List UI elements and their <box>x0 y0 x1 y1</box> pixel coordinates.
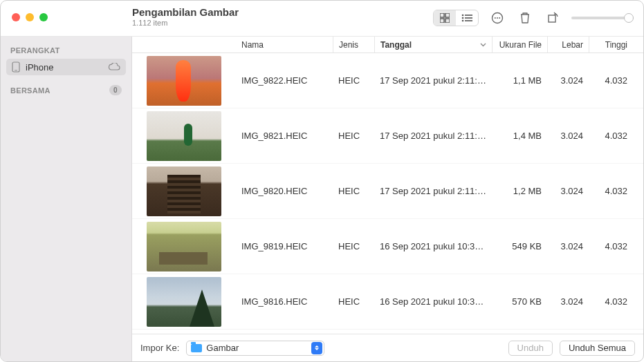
sidebar-item-label: iPhone <box>26 62 53 73</box>
column-header-date[interactable]: Tanggal <box>374 37 492 53</box>
sidebar-section-shared-label: BERSAMA <box>10 86 50 95</box>
column-header-height[interactable]: Tinggi <box>589 37 633 53</box>
cell-date: 17 Sep 2021 pukul 2:11:21… <box>374 186 492 196</box>
svg-point-4 <box>462 15 464 17</box>
cell-height: 4.032 <box>589 131 633 141</box>
grid-view-button[interactable] <box>434 10 456 26</box>
sidebar-section-shared: BERSAMA 0 <box>1 82 131 98</box>
import-to-label: Impor Ke: <box>140 343 179 353</box>
svg-rect-9 <box>465 20 472 21</box>
download-button[interactable]: Unduh <box>508 341 553 356</box>
column-header-size[interactable]: Ukuran File <box>492 37 547 53</box>
sidebar-section-devices-label: PERANGKAT <box>10 46 60 55</box>
column-header-type[interactable]: Jenis <box>333 37 374 53</box>
table-header: Nama Jenis Tanggal Ukuran File Lebar Tin… <box>132 37 643 53</box>
column-header-name[interactable]: Nama <box>236 37 333 53</box>
cell-date: 16 Sep 2021 pukul 10:32:0… <box>374 296 492 307</box>
more-actions-button[interactable] <box>488 10 506 26</box>
svg-rect-2 <box>440 19 444 23</box>
cell-name: IMG_9816.HEIC <box>236 296 333 307</box>
cell-size: 1,1 MB <box>492 75 547 86</box>
phone-icon <box>12 61 20 73</box>
cell-name: IMG_9819.HEIC <box>236 241 333 251</box>
svg-point-13 <box>499 17 500 19</box>
svg-rect-14 <box>549 15 555 22</box>
cell-type: HEIC <box>333 131 374 141</box>
svg-point-12 <box>497 17 498 19</box>
table-row[interactable]: IMG_9821.HEIC HEIC 17 Sep 2021 pukul 2:1… <box>132 108 643 164</box>
app-title: Pengambilan Gambar <box>132 6 239 18</box>
cell-width: 3.024 <box>547 75 589 86</box>
list-view-button[interactable] <box>456 10 478 26</box>
toolbar <box>433 8 634 28</box>
sidebar-item-iphone[interactable]: iPhone <box>6 59 126 75</box>
svg-rect-16 <box>15 70 17 70</box>
cell-width: 3.024 <box>547 241 589 251</box>
thumbnail-size-slider[interactable] <box>571 17 634 19</box>
cell-height: 4.032 <box>589 296 633 307</box>
thumbnail <box>147 111 221 161</box>
cell-width: 3.024 <box>547 131 589 141</box>
thumbnail <box>147 166 221 216</box>
shared-count-badge: 0 <box>109 85 122 95</box>
sidebar: PERANGKAT iPhone BERSAMA 0 <box>1 37 132 361</box>
title-block: Pengambilan Gambar 1.112 item <box>132 1 239 27</box>
svg-rect-0 <box>440 13 444 17</box>
cell-width: 3.024 <box>547 186 589 196</box>
sidebar-section-devices: PERANGKAT <box>1 44 131 57</box>
chevron-down-icon <box>480 43 486 47</box>
trash-icon <box>519 12 531 24</box>
window-controls <box>1 1 132 21</box>
cell-type: HEIC <box>333 241 374 251</box>
content-area: Nama Jenis Tanggal Ukuran File Lebar Tin… <box>132 37 643 361</box>
cell-type: HEIC <box>333 75 374 86</box>
cell-size: 1,2 MB <box>492 186 547 196</box>
import-destination-value: Gambar <box>206 343 307 353</box>
svg-point-8 <box>462 20 464 22</box>
minimize-window-button[interactable] <box>26 13 34 21</box>
column-header-width[interactable]: Lebar <box>547 37 589 53</box>
import-destination-select[interactable]: Gambar <box>186 341 324 356</box>
thumbnail <box>147 56 221 106</box>
column-header-date-label: Tanggal <box>380 40 412 50</box>
table-row[interactable]: IMG_9820.HEIC HEIC 17 Sep 2021 pukul 2:1… <box>132 164 643 219</box>
cell-height: 4.032 <box>589 75 633 86</box>
cell-name: IMG_9821.HEIC <box>236 131 333 141</box>
thumbnail <box>147 277 221 327</box>
download-all-button[interactable]: Unduh Semua <box>560 341 635 356</box>
cell-size: 570 KB <box>492 296 547 307</box>
svg-point-6 <box>462 17 464 19</box>
item-count: 1.112 item <box>132 19 239 27</box>
updown-arrows-icon <box>311 342 322 354</box>
svg-rect-7 <box>465 17 472 19</box>
view-switcher <box>433 10 479 26</box>
svg-rect-1 <box>445 13 450 17</box>
cloud-icon <box>108 63 120 71</box>
svg-point-11 <box>495 17 496 19</box>
cell-height: 4.032 <box>589 186 633 196</box>
footer: Impor Ke: Gambar Unduh Unduh Semua <box>132 334 643 361</box>
cell-date: 17 Sep 2021 pukul 2:11:24… <box>374 131 492 141</box>
list-icon <box>461 14 472 22</box>
thumbnail <box>147 222 221 272</box>
cell-date: 16 Sep 2021 pukul 10:32:1… <box>374 241 492 251</box>
table-row[interactable]: IMG_9819.HEIC HEIC 16 Sep 2021 pukul 10:… <box>132 219 643 274</box>
svg-rect-5 <box>465 15 472 16</box>
delete-button[interactable] <box>516 10 534 26</box>
close-window-button[interactable] <box>12 13 20 21</box>
cell-width: 3.024 <box>547 296 589 307</box>
folder-icon <box>191 344 202 352</box>
ellipsis-circle-icon <box>491 12 504 24</box>
fullscreen-window-button[interactable] <box>39 13 48 21</box>
cell-name: IMG_9820.HEIC <box>236 186 333 196</box>
cell-type: HEIC <box>333 186 374 196</box>
table-body[interactable]: IMG_9822.HEIC HEIC 17 Sep 2021 pukul 2:1… <box>132 53 643 334</box>
table-row[interactable]: IMG_9822.HEIC HEIC 17 Sep 2021 pukul 2:1… <box>132 53 643 108</box>
grid-icon <box>440 13 450 23</box>
titlebar: Pengambilan Gambar 1.112 item <box>1 1 643 37</box>
cell-date: 17 Sep 2021 pukul 2:11:30… <box>374 75 492 86</box>
rotate-button[interactable] <box>544 10 562 26</box>
table-row[interactable]: IMG_9816.HEIC HEIC 16 Sep 2021 pukul 10:… <box>132 274 643 330</box>
cell-size: 1,4 MB <box>492 131 547 141</box>
slider-knob[interactable] <box>624 13 634 23</box>
